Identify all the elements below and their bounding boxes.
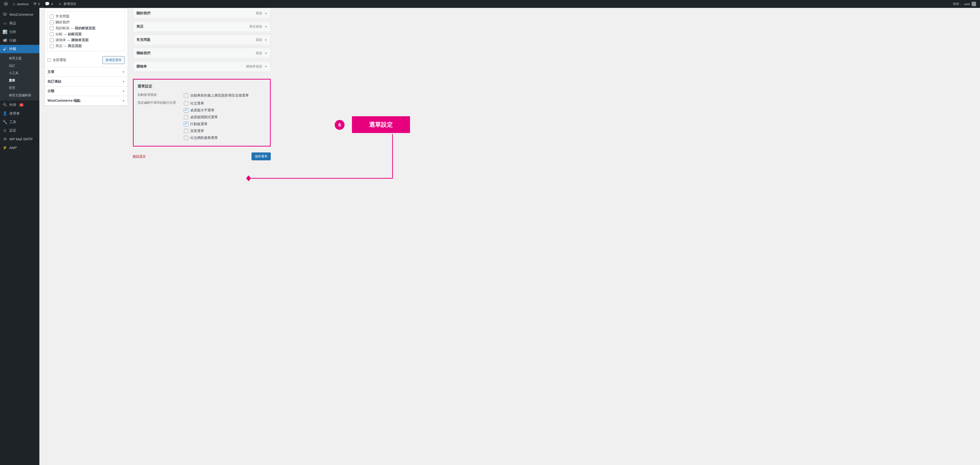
comment-icon: 💬 bbox=[45, 2, 50, 6]
delete-menu-link[interactable]: 刪除選單 bbox=[133, 154, 146, 158]
checkbox[interactable] bbox=[50, 14, 54, 19]
page-option[interactable]: 商店 — 商店頁面 bbox=[50, 43, 123, 49]
checkbox[interactable] bbox=[50, 32, 54, 36]
menu-item-type: 頁面▼ bbox=[256, 11, 267, 16]
accordion-posts[interactable]: 文章▼ bbox=[45, 67, 128, 77]
plus-icon: ＋ bbox=[58, 2, 62, 6]
menu-item-type: 頁面▼ bbox=[256, 51, 267, 56]
checkbox[interactable] bbox=[184, 93, 188, 98]
checkbox[interactable] bbox=[184, 101, 188, 105]
submenu-widgets[interactable]: 小工具 bbox=[0, 69, 40, 77]
pages-checklist[interactable]: 常見問題 關於我們 我的帳號 — 我的帳號頁面 結帳 — 結帳頁面 購物車 — … bbox=[48, 11, 125, 51]
wp-logo[interactable]: Ⓦ bbox=[2, 0, 10, 8]
menu-structure-item[interactable]: 關於我們頁面▼ bbox=[133, 8, 271, 19]
sidebar-item-plugins[interactable]: 🔌外掛5 bbox=[0, 101, 40, 109]
checkbox[interactable] bbox=[184, 129, 188, 133]
user-greeting[interactable]: 你好， user bbox=[951, 0, 978, 8]
page-option[interactable]: 我的帳號 — 我的帳號頁面 bbox=[50, 26, 123, 31]
location-option[interactable]: 桌面版開闔式選單 bbox=[184, 114, 266, 121]
select-all[interactable]: 全部選取 bbox=[48, 58, 67, 62]
location-option[interactable]: 桌面版水平選單 bbox=[184, 107, 266, 114]
sidebar-item-marketing[interactable]: 📢行銷 bbox=[0, 36, 40, 45]
select-all-label: 全部選取 bbox=[52, 58, 67, 62]
caret-down-icon: ▼ bbox=[264, 12, 267, 15]
caret-down-icon: ▼ bbox=[264, 52, 267, 55]
sidebar-item-woocommerce[interactable]: ⓌWooCommerce bbox=[0, 10, 40, 19]
sidebar-item-analytics[interactable]: 📊分析 bbox=[0, 27, 40, 36]
menu-item-type: 購物車頁面▼ bbox=[246, 64, 267, 69]
submenu-background[interactable]: 背景 bbox=[0, 84, 40, 92]
accordion-woocommerce[interactable]: WooCommerce 端點▼ bbox=[45, 96, 128, 105]
admin-bar: Ⓦ ⌂Jacklora ⟳5 💬0 ＋新增項目 你好， user bbox=[0, 0, 980, 8]
page-option[interactable]: 結帳 — 結帳頁面 bbox=[50, 31, 123, 37]
sidebar-item-settings[interactable]: ⎚設定 bbox=[0, 126, 40, 135]
new-label: 新增項目 bbox=[64, 2, 76, 6]
metabox-pages: 常見問題 關於我們 我的帳號 — 我的帳號頁面 結帳 — 結帳頁面 購物車 — … bbox=[44, 8, 128, 105]
caret-down-icon: ▼ bbox=[123, 90, 125, 93]
sidebar-item-products[interactable]: ▭商品 bbox=[0, 19, 40, 27]
avatar-icon bbox=[972, 2, 976, 6]
page-label: 關於我們 bbox=[56, 20, 69, 25]
menu-structure-item[interactable]: 聯絡我們頁面▼ bbox=[133, 48, 271, 59]
annotation-number: 6 bbox=[335, 120, 345, 130]
checkbox[interactable] bbox=[184, 122, 188, 126]
sidebar-item-users[interactable]: 👤使用者 bbox=[0, 109, 40, 118]
submenu-theme-editor[interactable]: 佈景主題編輯器 bbox=[0, 92, 40, 99]
accordion-categories[interactable]: 分類▼ bbox=[45, 86, 128, 96]
user-name: user bbox=[964, 2, 970, 6]
page-label: 我的帳號 — 我的帳號頁面 bbox=[56, 26, 95, 30]
menu-item-type: 商店頁面▼ bbox=[249, 24, 267, 29]
sidebar-label: 設定 bbox=[10, 128, 16, 133]
opt-label: 行動版選單 bbox=[190, 122, 207, 126]
new-content[interactable]: ＋新增項目 bbox=[56, 0, 78, 8]
page-option[interactable]: 常見問題 bbox=[50, 14, 123, 19]
location-option[interactable]: 頁尾選單 bbox=[184, 128, 266, 134]
auto-add-option[interactable]: 自動將新的最上層頁面新增至這個選單 bbox=[184, 92, 266, 99]
location-option[interactable]: 社交網路服務選單 bbox=[184, 134, 266, 141]
sliders-icon: ⎚ bbox=[2, 128, 7, 133]
wrench-icon: 🔧 bbox=[2, 120, 7, 125]
checkbox[interactable] bbox=[48, 59, 51, 62]
add-to-menu-button[interactable]: 新增至選單 bbox=[102, 56, 125, 64]
page-label: 常見問題 bbox=[56, 14, 69, 19]
menu-item-title: 聯絡我們 bbox=[137, 51, 150, 56]
comments[interactable]: 💬0 bbox=[43, 0, 55, 8]
accordion-label: 自訂連結 bbox=[48, 79, 61, 84]
plugins-badge: 5 bbox=[19, 103, 24, 107]
caret-down-icon: ▼ bbox=[123, 80, 125, 83]
opt-label: 社交網路服務選單 bbox=[190, 136, 218, 140]
submenu-themes[interactable]: 佈景主題 bbox=[0, 55, 40, 62]
location-option[interactable]: 行動版選單 bbox=[184, 121, 266, 128]
page-option[interactable]: 購物車 — 購物車頁面 bbox=[50, 37, 123, 43]
site-name[interactable]: ⌂Jacklora bbox=[11, 0, 30, 8]
checkbox[interactable] bbox=[50, 44, 54, 48]
location-option[interactable]: 社交選單 bbox=[184, 100, 266, 107]
accordion-label: 文章 bbox=[48, 70, 54, 74]
checkbox[interactable] bbox=[50, 38, 54, 42]
save-menu-button[interactable]: 儲存選單 bbox=[251, 152, 271, 160]
sidebar-item-appearance[interactable]: 🖌外觀 bbox=[0, 45, 40, 53]
accordion-custom-links[interactable]: 自訂連結▼ bbox=[45, 77, 128, 86]
sidebar-item-tools[interactable]: 🔧工具 bbox=[0, 118, 40, 126]
menu-structure-item[interactable]: 購物車購物車頁面▼ bbox=[133, 61, 271, 72]
sidebar-item-amp[interactable]: ⚡AMP bbox=[0, 143, 40, 152]
woocommerce-icon: Ⓦ bbox=[2, 12, 7, 17]
sidebar-label: 使用者 bbox=[10, 111, 20, 116]
sidebar-item-wpmail[interactable]: ✉WP Mail SMTP bbox=[0, 135, 40, 143]
checkbox[interactable] bbox=[184, 115, 188, 120]
menu-structure-item[interactable]: 商店商店頁面▼ bbox=[133, 21, 271, 32]
checkbox[interactable] bbox=[50, 21, 54, 24]
submenu-menus[interactable]: 選單 bbox=[0, 77, 40, 84]
sidebar-label: 分析 bbox=[10, 30, 16, 34]
checkbox[interactable] bbox=[184, 136, 188, 140]
menu-structure-item[interactable]: 常見問題頁面▼ bbox=[133, 35, 271, 45]
amp-icon: ⚡ bbox=[2, 145, 7, 150]
sidebar-label: 工具 bbox=[10, 120, 16, 125]
page-option[interactable]: 關於我們 bbox=[50, 19, 123, 26]
updates[interactable]: ⟳5 bbox=[32, 0, 42, 8]
opt-label: 桌面版水平選單 bbox=[190, 108, 214, 113]
checkbox[interactable] bbox=[184, 108, 188, 113]
checkbox[interactable] bbox=[50, 26, 54, 30]
submenu-customize[interactable]: 自訂 bbox=[0, 62, 40, 69]
wordpress-icon: Ⓦ bbox=[4, 2, 8, 6]
